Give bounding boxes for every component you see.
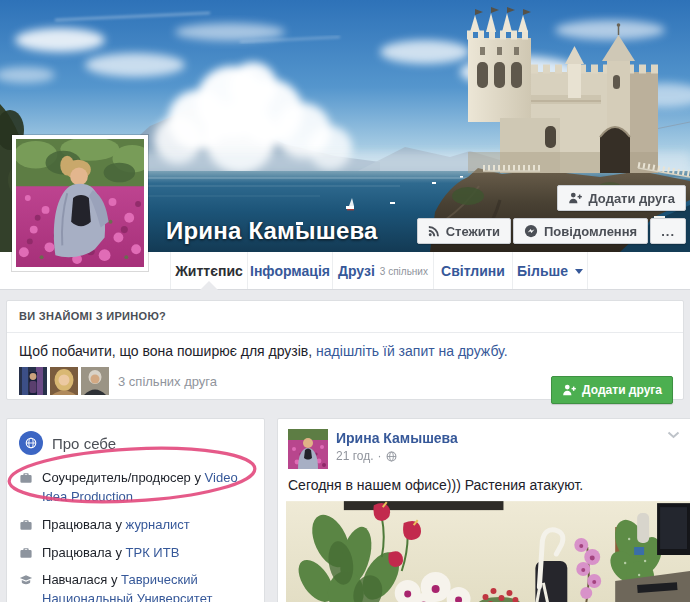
mutual-friend-avatar[interactable] [19, 367, 47, 395]
tab-more[interactable]: Більше [512, 252, 588, 289]
mutual-friend-avatar[interactable] [50, 367, 78, 395]
about-card: Про себе Соучредитель/продюсер у Video I… [6, 418, 265, 602]
workplace-link[interactable]: журналист [126, 517, 190, 532]
add-friend-green-button[interactable]: Додати друга [551, 376, 673, 404]
follow-button[interactable]: Стежити [417, 218, 511, 244]
profile-name: Ирина Камышева [166, 217, 378, 245]
tab-friends-label: Друзі [338, 263, 375, 279]
about-item-work: Працювала у журналист [19, 516, 252, 535]
add-friend-button[interactable]: Додати друга [557, 185, 686, 211]
tab-friends[interactable]: Друзі 3 спільних [332, 252, 433, 289]
mutual-friend-avatar[interactable] [81, 367, 109, 395]
add-friend-label: Додати друга [588, 191, 675, 206]
mutual-friends-avatars [19, 367, 109, 395]
tab-info-label: Інформація [250, 263, 330, 279]
tab-photos[interactable]: Світлини [433, 252, 512, 289]
profile-picture-image [16, 139, 144, 267]
message-button[interactable]: Повідомлення [513, 218, 648, 244]
tab-timeline[interactable]: Життєпис [170, 252, 247, 289]
know-card-message-plain: Щоб побачити, що вона поширює для друзів… [19, 343, 312, 359]
about-item-text: Навчалася у Таврический Национальный Уни… [42, 571, 252, 602]
about-item-text: Працювала у ТРК ИТВ [42, 544, 179, 563]
tab-photos-label: Світлини [441, 263, 505, 279]
message-label: Повідомлення [544, 224, 637, 239]
post-author-avatar[interactable] [288, 429, 328, 469]
about-item-text: Працювала у журналист [42, 516, 190, 535]
post-timestamp[interactable]: 21 год. [336, 449, 374, 463]
tab-info[interactable]: Інформація [247, 252, 332, 289]
about-item-text: Соучредитель/продюсер у Video Idea Produ… [42, 469, 252, 507]
caret-down-icon [575, 269, 583, 274]
know-card-header: ВИ ЗНАЙОМІ З ИРИНОЮ? [7, 301, 683, 333]
briefcase-icon [19, 518, 33, 532]
follow-label: Стежити [446, 224, 500, 239]
mutual-friends-count[interactable]: 3 спільних друга [118, 374, 217, 389]
post-text: Сегодня в нашем офисе))) Растения атакую… [278, 471, 690, 493]
globe-icon [19, 431, 43, 455]
post-card: Ирина Камышева 21 год. · Сегодня в нашем… [277, 418, 690, 602]
facebook-profile-page: Ирина Камышева Додати друга Стежити [0, 0, 690, 602]
post-photo[interactable] [286, 501, 690, 602]
workplace-link[interactable]: ТРК ИТВ [126, 545, 180, 560]
messenger-icon [524, 224, 538, 238]
briefcase-icon [19, 546, 33, 560]
person-plus-icon [568, 192, 582, 204]
about-item-work: Соучредитель/продюсер у Video Idea Produ… [19, 469, 252, 507]
tab-timeline-label: Життєпис [175, 263, 243, 279]
tab-more-label: Більше [517, 263, 568, 279]
post-meta: 21 год. · [336, 449, 458, 463]
briefcase-icon [19, 471, 33, 485]
post-author-name[interactable]: Ирина Камышева [336, 430, 458, 446]
about-card-title: Про себе [52, 435, 116, 452]
graduation-cap-icon [19, 573, 33, 587]
tab-friends-note: 3 спільних [380, 266, 428, 277]
profile-picture[interactable] [12, 135, 148, 271]
ellipsis-icon: ... [661, 224, 675, 239]
more-options-button[interactable]: ... [650, 218, 686, 244]
send-friend-request-link[interactable]: надішліть їй запит на дружбу. [316, 343, 508, 359]
privacy-globe-icon [386, 451, 397, 462]
add-friend-green-label: Додати друга [582, 383, 662, 397]
know-card-message: Щоб побачити, що вона поширює для друзів… [19, 343, 671, 359]
about-item-work: Працювала у ТРК ИТВ [19, 544, 252, 563]
post-menu-chevron-icon[interactable] [667, 431, 680, 439]
post-header-info: Ирина Камышева 21 год. · [336, 429, 458, 469]
about-item-education: Навчалася у Таврический Национальный Уни… [19, 571, 252, 602]
rss-icon [428, 225, 440, 237]
know-irina-card: ВИ ЗНАЙОМІ З ИРИНОЮ? Щоб побачити, що во… [6, 300, 684, 400]
person-plus-icon [562, 384, 576, 396]
